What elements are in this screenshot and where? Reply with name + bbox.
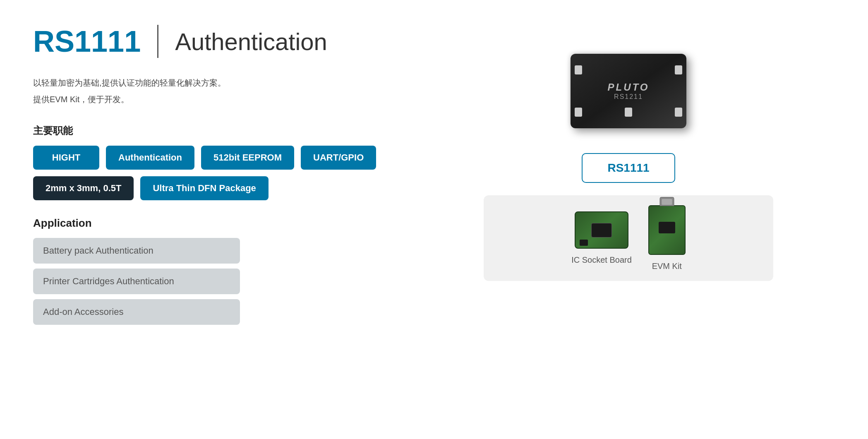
left-section: RS1111 Authentication 以轻量加密为基础,提供认证功能的轻量… (33, 25, 405, 325)
chip-label-pluto: PLUTO (608, 82, 650, 93)
description-line1: 以轻量加密为基础,提供认证功能的轻量化解决方案。 (33, 74, 405, 91)
kit-item-evm: EVM Kit (648, 205, 686, 271)
badge-package: Ultra Thin DFN Package (140, 176, 268, 200)
ic-socket-visual (575, 211, 628, 249)
application-title: Application (33, 217, 405, 230)
chip-label-rs: RS1211 (614, 93, 643, 101)
header-divider (157, 25, 158, 58)
badge-authentication: Authentication (106, 146, 194, 170)
kit-label-evm: EVM Kit (652, 261, 682, 271)
chip-pad-tr (675, 65, 682, 74)
app-item-printer: Printer Cartridges Authentication (33, 269, 240, 294)
chip-image-container: PLUTO RS1211 (558, 41, 699, 141)
app-items-list: Battery pack Authentication Printer Cart… (33, 238, 405, 325)
right-section: PLUTO RS1211 RS1111 IC Socket Board (422, 25, 835, 325)
badge-size: 2mm x 3mm, 0.5T (33, 176, 134, 200)
main-functions-section: 主要职能 HIGHT Authentication 512bit EEPROM … (33, 124, 405, 200)
chip-visual: PLUTO RS1211 (558, 41, 699, 141)
chip-pad-tl (575, 65, 582, 74)
kit-label-socket: IC Socket Board (571, 255, 632, 265)
ic-socket-center (591, 223, 612, 237)
header: RS1111 Authentication (33, 25, 405, 58)
badge-hight: HIGHT (33, 146, 99, 170)
kit-images-container: IC Socket Board EVM Kit (484, 195, 773, 281)
chip-pad-bm (625, 108, 632, 117)
app-item-addon: Add-on Accessories (33, 299, 240, 325)
application-section: Application Battery pack Authentication … (33, 217, 405, 325)
chip-pad-br (675, 108, 682, 117)
description: 以轻量加密为基础,提供认证功能的轻量化解决方案。 提供EVM Kit，便于开发。 (33, 74, 405, 108)
product-label-box: RS1111 (582, 153, 675, 183)
badge-uart: UART/GPIO (301, 146, 376, 170)
chip-body: PLUTO RS1211 (571, 54, 686, 128)
usb-inner (662, 199, 672, 205)
usb-connector (659, 197, 674, 206)
badge-eeprom: 512bit EEPROM (201, 146, 294, 170)
main-functions-title: 主要职能 (33, 124, 405, 137)
app-item-battery: Battery pack Authentication (33, 238, 240, 264)
product-category: Authentication (175, 28, 327, 55)
chip-pad-bl (575, 108, 582, 117)
description-line2: 提供EVM Kit，便于开发。 (33, 91, 405, 108)
evm-chip (659, 222, 675, 233)
product-code: RS1111 (33, 26, 141, 56)
evm-kit-visual (648, 205, 686, 255)
kit-item-socket-board: IC Socket Board (571, 211, 632, 265)
features-grid: HIGHT Authentication 512bit EEPROM UART/… (33, 146, 405, 200)
